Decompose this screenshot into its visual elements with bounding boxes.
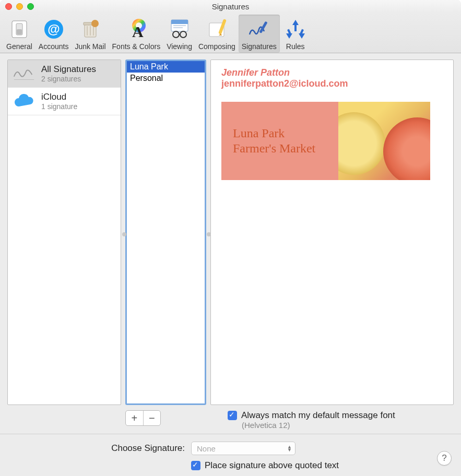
- composing-icon: [204, 17, 229, 42]
- signature-preview[interactable]: Jennifer Patton jenniferpatton2@icloud.c…: [210, 59, 454, 405]
- tab-label: Viewing: [167, 42, 192, 51]
- trash-icon: [78, 17, 103, 42]
- accounts-icon: @: [41, 17, 66, 42]
- tab-accounts[interactable]: @ Accounts: [36, 15, 72, 53]
- tab-composing[interactable]: Composing: [195, 15, 239, 53]
- account-subtitle: 1 signature: [41, 102, 77, 111]
- match-font-checkbox[interactable]: [228, 411, 237, 420]
- account-title: All Signatures: [41, 64, 96, 75]
- svg-point-19: [180, 31, 186, 38]
- icloud-icon: [12, 91, 36, 112]
- tab-label: Rules: [286, 42, 305, 51]
- choose-signature-select[interactable]: None ▲▼: [191, 442, 295, 455]
- viewing-icon: [167, 17, 192, 42]
- svg-rect-28: [294, 25, 297, 31]
- fonts-colors-icon: A: [124, 17, 149, 42]
- signature-banner-image: Luna Park Farmer's Market: [221, 102, 430, 180]
- svg-point-18: [173, 31, 179, 38]
- tab-label: Composing: [198, 42, 235, 51]
- signatures-icon: [246, 17, 271, 42]
- svg-marker-15: [171, 20, 188, 24]
- banner-line1: Luna Park: [233, 126, 338, 141]
- choose-signature-label: Choose Signature:: [7, 443, 185, 454]
- tab-label: Signatures: [242, 42, 277, 51]
- tab-junk-mail[interactable]: Junk Mail: [72, 15, 109, 53]
- account-subtitle: 2 signatures: [41, 75, 96, 83]
- place-above-checkbox[interactable]: [191, 461, 200, 470]
- preferences-toolbar: General @ Accounts Junk Mail A F: [0, 13, 461, 53]
- accounts-list[interactable]: All Signatures 2 signatures iCloud 1 sig…: [7, 59, 121, 405]
- account-title: iCloud: [41, 92, 77, 102]
- place-above-label: Place signature above quoted text: [205, 460, 339, 471]
- add-remove-buttons: + −: [125, 410, 161, 426]
- select-arrows-icon: ▲▼: [287, 445, 292, 451]
- svg-point-10: [91, 20, 99, 27]
- tab-label: Junk Mail: [75, 42, 105, 51]
- window-title: Signatures: [0, 2, 461, 11]
- tab-general[interactable]: General: [3, 15, 36, 53]
- rules-icon: [283, 17, 308, 42]
- tab-signatures[interactable]: Signatures: [239, 15, 280, 53]
- remove-signature-button[interactable]: −: [144, 411, 161, 425]
- switch-icon: [7, 17, 32, 42]
- match-font-label: Always match my default message font: [241, 410, 395, 421]
- signatures-list[interactable]: Luna Park Personal: [125, 59, 206, 405]
- tab-label: Fonts & Colors: [112, 42, 161, 51]
- add-signature-button[interactable]: +: [126, 411, 144, 425]
- account-icloud[interactable]: iCloud 1 signature: [8, 88, 121, 115]
- signature-item-luna-park[interactable]: Luna Park: [127, 61, 205, 73]
- svg-marker-25: [292, 20, 299, 25]
- signature-item-personal[interactable]: Personal: [127, 73, 205, 84]
- svg-rect-16: [173, 25, 186, 26]
- tab-label: Accounts: [39, 42, 69, 51]
- svg-rect-2: [17, 29, 22, 34]
- help-button[interactable]: ?: [437, 451, 452, 466]
- tab-fonts-colors[interactable]: A Fonts & Colors: [109, 15, 164, 53]
- match-font-sublabel: (Helvetica 12): [242, 421, 454, 430]
- svg-text:A: A: [132, 23, 144, 40]
- tab-viewing[interactable]: Viewing: [163, 15, 195, 53]
- tab-rules[interactable]: Rules: [280, 15, 311, 53]
- svg-text:@: @: [48, 22, 60, 36]
- tab-label: General: [6, 42, 32, 51]
- choose-signature-value: None: [197, 444, 216, 453]
- svg-rect-17: [173, 27, 183, 28]
- account-all-signatures[interactable]: All Signatures 2 signatures: [8, 60, 121, 88]
- signature-email-text: jenniferpatton2@icloud.com: [221, 78, 443, 89]
- signature-squiggle-icon: [12, 63, 36, 84]
- signature-name-text: Jennifer Patton: [221, 67, 443, 78]
- banner-line2: Farmer's Market: [233, 141, 338, 156]
